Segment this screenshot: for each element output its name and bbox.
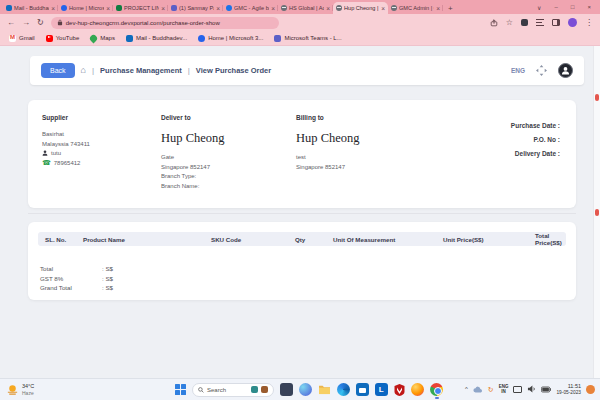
- gst-value: : S$: [102, 275, 113, 282]
- tab-mail-buddhadev[interactable]: Mail - Buddhadev ×: [3, 2, 58, 14]
- supplier-phone: 78965412: [54, 160, 81, 166]
- window-minimize-button[interactable]: –: [555, 4, 558, 10]
- speaker-icon[interactable]: [527, 385, 536, 393]
- widgets-app-icon[interactable]: [280, 383, 293, 396]
- microsoft-favicon: [61, 5, 67, 11]
- bookmark-ms-home[interactable]: Home | Microsoft 3...: [198, 35, 263, 42]
- edge-app-icon[interactable]: [337, 383, 350, 396]
- haze-sun-icon: [6, 383, 19, 396]
- total-label: Total: [40, 265, 102, 272]
- browser-menu-icon[interactable]: ⋮: [585, 19, 593, 27]
- extension-icon[interactable]: [521, 19, 528, 26]
- battery-icon[interactable]: [541, 386, 551, 393]
- home-icon[interactable]: ⌂: [81, 66, 86, 75]
- supplier-contact-person: tutu: [51, 150, 61, 156]
- search-thumbnail-icon: [251, 386, 258, 393]
- globe-favicon: [391, 5, 397, 11]
- table-header-row: SL. No. Product Name SKU Code Qty Unit O…: [38, 232, 566, 246]
- bookmark-gmail[interactable]: Gmail: [9, 35, 35, 42]
- tab-close-icon[interactable]: ×: [271, 5, 275, 12]
- fullscreen-expand-icon[interactable]: [536, 65, 547, 76]
- toolbar-right-icons: ☆ ⋮: [490, 18, 593, 27]
- tab-gmc-agile[interactable]: GMC - Agile boa ×: [223, 2, 278, 14]
- start-button[interactable]: [175, 384, 186, 395]
- address-bar[interactable]: dev-hup-cheongcrm.devxportal.com/purchas…: [51, 17, 279, 29]
- grand-total-row: Grand Total : S$: [38, 284, 566, 291]
- reload-icon[interactable]: ↻: [37, 19, 44, 27]
- tab-home-microsoft[interactable]: Home | Microsoft ×: [58, 2, 113, 14]
- chrome-app-icon-active[interactable]: [430, 383, 443, 396]
- clock-widget[interactable]: 11:51 19-05-2023: [556, 383, 581, 396]
- tab-close-icon[interactable]: ×: [326, 5, 330, 12]
- tab-gmc-admin[interactable]: GMC Admin | CR ×: [388, 2, 443, 14]
- bookmark-star-icon[interactable]: ☆: [506, 19, 513, 27]
- firefox-app-icon[interactable]: [411, 383, 424, 396]
- tab-title: HS Global | Adm: [289, 5, 324, 11]
- microsoft-icon: [198, 35, 205, 42]
- window-close-button[interactable]: ×: [587, 4, 591, 10]
- sync-icon[interactable]: ↻: [488, 386, 494, 393]
- col-unit-of-measurement: Unit Of Measurement: [333, 236, 443, 243]
- col-total-price: Total Price(S$): [535, 232, 562, 246]
- bookmark-teams[interactable]: Microsoft Teams - L...: [274, 35, 341, 42]
- user-avatar[interactable]: [558, 63, 573, 78]
- reading-list-icon[interactable]: [536, 19, 544, 26]
- breadcrumb-section[interactable]: Purchase Management: [100, 66, 182, 75]
- language-selector[interactable]: ENG: [511, 67, 525, 74]
- mcafee-shield-icon[interactable]: [394, 384, 405, 396]
- grand-total-value: : S$: [102, 284, 113, 291]
- profile-avatar[interactable]: [568, 18, 577, 27]
- supplier-section: Supplier Basirhat Malayssia 743411 tutu …: [42, 114, 154, 169]
- window-maximize-button[interactable]: □: [571, 4, 575, 10]
- back-button[interactable]: Back: [41, 63, 75, 78]
- table-empty-body: [38, 246, 566, 265]
- linkedin-app-icon[interactable]: [375, 383, 388, 396]
- tab-close-icon[interactable]: ×: [51, 5, 55, 12]
- tray-chevron-icon[interactable]: ^: [465, 386, 468, 392]
- deliver-branch-name: Branch Name:: [161, 183, 291, 189]
- cast-screen-icon[interactable]: [513, 386, 522, 393]
- tab-search-icon[interactable]: ∨: [537, 4, 541, 11]
- bookmarks-bar: Gmail YouTube Maps Mail - Buddhadev... H…: [0, 31, 600, 46]
- deliver-line: Gate: [161, 154, 291, 160]
- share-icon[interactable]: [490, 19, 498, 27]
- total-row: Total : S$: [38, 265, 566, 272]
- bookmark-youtube[interactable]: YouTube: [46, 35, 80, 42]
- tab-hs-global[interactable]: HS Global | Adm ×: [278, 2, 333, 14]
- tab-close-icon[interactable]: ×: [436, 5, 440, 12]
- taskbar-search[interactable]: Search: [192, 383, 274, 397]
- tab-close-icon[interactable]: ×: [106, 5, 110, 12]
- tab-close-icon[interactable]: ×: [161, 5, 165, 12]
- file-explorer-icon[interactable]: [318, 384, 331, 395]
- new-tab-button[interactable]: +: [448, 4, 453, 14]
- forward-nav-icon[interactable]: →: [22, 19, 30, 27]
- side-panel-icon[interactable]: [552, 19, 560, 26]
- tab-hup-cheong-active[interactable]: Hup Cheong | CR ×: [333, 2, 388, 14]
- breadcrumb-separator: |: [188, 66, 190, 75]
- page-scrollbar[interactable]: [593, 46, 600, 378]
- tray-date: 19-05-2023: [556, 390, 581, 396]
- weather-widget[interactable]: 34°C Haze: [0, 383, 175, 396]
- bookmark-mail[interactable]: Mail - Buddhadev...: [126, 35, 187, 42]
- bookmark-maps[interactable]: Maps: [90, 35, 115, 42]
- lock-icon: [57, 19, 63, 26]
- notification-badge[interactable]: [586, 385, 595, 394]
- purchase-date-label: Purchase Date :: [511, 122, 560, 129]
- tab-close-icon[interactable]: ×: [381, 5, 385, 12]
- gmc-favicon: [226, 5, 232, 11]
- tab-close-icon[interactable]: ×: [216, 5, 220, 12]
- onedrive-cloud-icon[interactable]: [473, 386, 483, 393]
- store-app-icon[interactable]: [356, 383, 369, 396]
- language-indicator[interactable]: ENG IN: [499, 384, 509, 394]
- tab-sanmay[interactable]: (1) Sanmay Palne ×: [168, 2, 223, 14]
- billing-line: Singapore 852147: [296, 164, 426, 170]
- tab-project-link[interactable]: PROJECT LINKab ×: [113, 2, 168, 14]
- copilot-app-icon[interactable]: [299, 383, 312, 396]
- back-nav-icon[interactable]: ←: [7, 19, 15, 27]
- header-right: ENG: [511, 63, 573, 78]
- section-divider: [28, 213, 576, 214]
- scroll-marker: [595, 209, 599, 216]
- billing-to-label: Billing to: [296, 114, 426, 121]
- deliver-line: Singapore 852147: [161, 164, 291, 170]
- scroll-marker: [595, 94, 599, 101]
